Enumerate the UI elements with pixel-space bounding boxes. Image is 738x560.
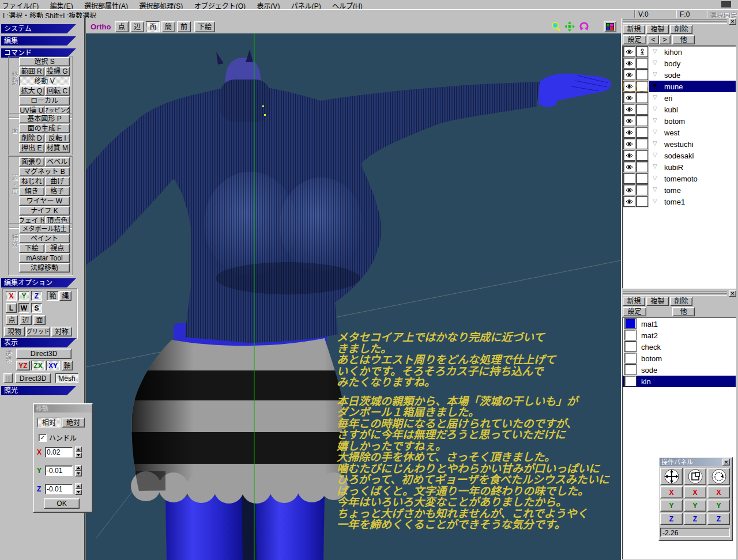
material-name[interactable]: mat2	[641, 331, 658, 340]
select-button[interactable]: 選択 S	[19, 57, 70, 66]
expand-arrow-icon[interactable]: ▽	[653, 198, 657, 204]
paint-button[interactable]: ペイント	[19, 234, 70, 243]
object-row[interactable]: ▽ tome	[623, 184, 736, 196]
wire-button[interactable]: ワイヤー W	[19, 196, 70, 206]
lock-toggle[interactable]	[637, 58, 647, 68]
object-row[interactable]: ▽ eri	[623, 92, 736, 104]
direct3d-button[interactable]: Direct3D	[16, 349, 71, 359]
visibility-toggle[interactable]	[624, 196, 635, 206]
object-panel-close-button[interactable]: ×	[729, 18, 736, 25]
wire-density-button[interactable]: |||	[3, 373, 13, 383]
vp-point-toggle[interactable]: 点	[115, 21, 129, 32]
object-name[interactable]: sodesaki	[664, 152, 694, 160]
screen-s-toggle[interactable]: S	[31, 303, 42, 313]
object-name[interactable]: tomemoto	[664, 175, 698, 183]
operation-panel-titlebar[interactable]: 操作パネル	[660, 458, 732, 466]
object-list[interactable]: ▽ kihon ▽ body ▽ sode ▼ mune	[622, 46, 736, 289]
op-scale-y-button[interactable]: Y	[684, 500, 706, 512]
zoom-tool-icon[interactable]	[551, 21, 561, 33]
object-other-button[interactable]: 他	[672, 35, 695, 44]
lock-toggle[interactable]	[637, 150, 647, 160]
expand-arrow-icon[interactable]: ▽	[653, 71, 657, 77]
bend-button[interactable]: 曲げ	[45, 177, 70, 186]
material-row[interactable]: check	[623, 341, 736, 353]
op-rotate-z-button[interactable]: Z	[707, 513, 730, 525]
expand-arrow-icon[interactable]: ▽	[653, 94, 657, 100]
y-value-input[interactable]: -0.01	[45, 466, 73, 476]
object-row-selected[interactable]: ▼ mune	[623, 81, 736, 92]
edit-banner[interactable]: 編集	[1, 36, 76, 46]
material-name[interactable]: sode	[641, 366, 657, 374]
lock-toggle[interactable]	[637, 70, 647, 80]
object-row[interactable]: ▽ sode	[623, 69, 736, 81]
system-banner[interactable]: システム	[1, 24, 76, 33]
object-name[interactable]: kihon	[664, 48, 682, 56]
vp-edge-toggle[interactable]: 辺	[130, 21, 144, 32]
lock-toggle[interactable]	[637, 81, 647, 91]
x-value-input[interactable]: 0.02	[45, 447, 73, 457]
range-mode-toggle[interactable]: 範	[47, 291, 59, 301]
expand-arrow-icon[interactable]: ▽	[653, 186, 657, 192]
material-other-button[interactable]: 他	[672, 307, 695, 316]
object-settings-button[interactable]: 設定	[623, 35, 646, 44]
visibility-toggle[interactable]	[624, 116, 635, 126]
absolute-tab[interactable]: 絶対	[62, 418, 85, 427]
grid-snap-toggle[interactable]: グリッド	[26, 327, 50, 336]
object-row[interactable]: ▽ body	[623, 58, 736, 69]
object-name[interactable]: eri	[664, 94, 672, 103]
material-name[interactable]: mat1	[641, 320, 658, 328]
x-spinner[interactable]	[75, 447, 82, 458]
lock-toggle[interactable]	[637, 173, 647, 183]
face-gen-button[interactable]: 面の生成 F	[19, 124, 70, 133]
visibility-toggle[interactable]	[624, 185, 635, 195]
object-prev-button[interactable]: <	[647, 35, 659, 44]
object-name[interactable]: tome1	[664, 198, 685, 206]
twist-button[interactable]: ねじれ	[19, 177, 44, 186]
object-row[interactable]: ▽ kubiR	[623, 161, 736, 173]
object-row[interactable]: ▽ kihon	[623, 46, 736, 58]
lasso-button[interactable]: 投縄 G	[45, 67, 70, 76]
rope-mode-toggle[interactable]: 縄	[59, 291, 71, 301]
view-color-mode-button[interactable]	[604, 21, 616, 32]
op-move-x-button[interactable]: X	[660, 486, 683, 498]
lock-toggle[interactable]	[637, 185, 647, 195]
op-scale-x-button[interactable]: X	[684, 486, 706, 498]
material-row[interactable]: mat2	[623, 330, 736, 341]
material-row[interactable]: mat1	[623, 318, 736, 330]
object-name[interactable]: westuchi	[664, 140, 694, 149]
viewpoint-button[interactable]: 視点	[45, 244, 70, 253]
expand-arrow-icon[interactable]: ▽	[653, 140, 657, 146]
mesh-toggle[interactable]: Mesh	[55, 373, 78, 383]
zx-view-toggle[interactable]: ZX	[31, 361, 45, 370]
face-toggle[interactable]: 面	[33, 315, 46, 325]
current-object-toggle[interactable]: 現物	[4, 327, 25, 336]
object-row[interactable]: ▽ botom	[623, 115, 736, 127]
material-panel-close-button[interactable]: ×	[729, 290, 736, 297]
vp-front-toggle[interactable]: 前	[177, 21, 191, 32]
edge-toggle[interactable]: 辺	[20, 315, 32, 325]
axis-display-toggle[interactable]: 軸	[62, 361, 73, 370]
expand-arrow-icon[interactable]: ▽	[653, 152, 657, 158]
metaball-button[interactable]: メタボール粘土	[19, 224, 70, 233]
material-row-selected[interactable]: kin	[623, 376, 736, 387]
local-l-toggle[interactable]: L	[6, 303, 17, 313]
material-name[interactable]: check	[641, 343, 661, 351]
visibility-toggle[interactable]	[624, 58, 635, 68]
axis-z-toggle[interactable]: Z	[31, 291, 42, 301]
object-name[interactable]: mune	[664, 82, 683, 91]
object-name[interactable]: body	[664, 59, 680, 68]
object-next-button[interactable]: >	[659, 35, 671, 44]
z-value-input[interactable]: -0.01	[45, 484, 73, 494]
visibility-toggle[interactable]	[624, 139, 635, 149]
object-name[interactable]: kubiR	[664, 163, 683, 172]
visibility-toggle[interactable]	[624, 162, 635, 172]
object-name[interactable]: west	[664, 128, 680, 137]
yz-view-toggle[interactable]: YZ	[16, 361, 30, 370]
op-rotate-y-button[interactable]: Y	[707, 500, 730, 512]
symmetry-toggle[interactable]: 対称	[51, 327, 72, 336]
material-name[interactable]: botom	[641, 354, 662, 363]
pan-tool-icon[interactable]	[564, 21, 575, 33]
visibility-toggle[interactable]	[624, 127, 635, 137]
visibility-toggle[interactable]	[624, 173, 635, 183]
lock-toggle[interactable]	[637, 162, 647, 172]
